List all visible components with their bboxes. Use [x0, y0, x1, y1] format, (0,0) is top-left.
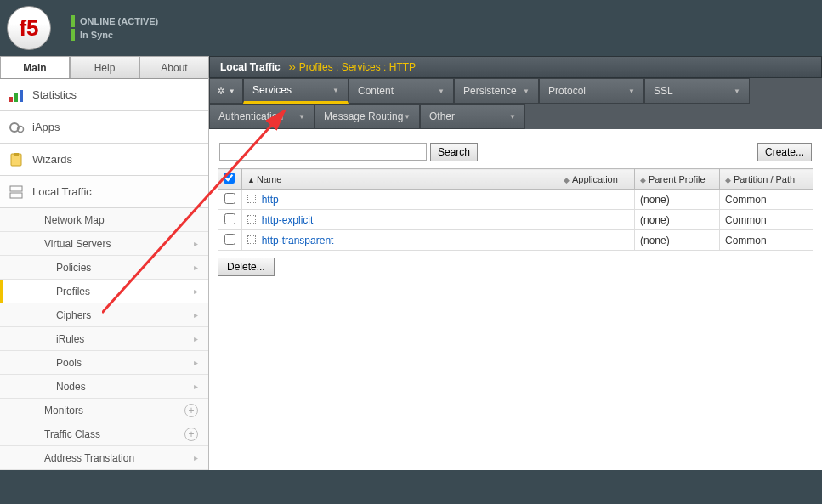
chevron-down-icon: ▼ [229, 88, 235, 95]
breadcrumb-sep: ›› [289, 61, 296, 73]
gear-icon: ✲ [217, 85, 225, 97]
create-button[interactable]: Create... [757, 143, 812, 161]
subnav-ciphers[interactable]: Ciphers▸ [0, 303, 208, 327]
subnav-profiles[interactable]: Profiles▸ [0, 280, 208, 303]
menu-message-routing[interactable]: Message Routing▼ [315, 104, 420, 129]
plus-icon: + [184, 428, 198, 441]
profile-menubar: ✲ ▼ Services▼ Content▼ Persistence▼ Prot… [209, 78, 822, 129]
chevron-right-icon: ▸ [194, 286, 198, 296]
row-checkbox[interactable] [224, 193, 235, 204]
menu-authentication[interactable]: Authentication▼ [209, 104, 315, 129]
profile-link[interactable]: http [262, 194, 279, 206]
chevron-down-icon: ▼ [523, 88, 530, 95]
item-icon [247, 235, 256, 244]
search-button[interactable]: Search [430, 143, 478, 161]
sort-icon: ◆ [564, 176, 570, 184]
tab-about[interactable]: About [139, 56, 209, 78]
chevron-right-icon: ▸ [194, 263, 198, 272]
col-partition[interactable]: ◆Partition / Path [720, 169, 813, 190]
menu-protocol[interactable]: Protocol▼ [539, 78, 644, 104]
status-indicator-sync [71, 29, 75, 41]
cell-parent: (none) [635, 230, 720, 251]
breadcrumb: Local Traffic ›› Profiles : Services : H… [209, 56, 822, 78]
nav-statistics[interactable]: Statistics [0, 79, 208, 111]
chevron-down-icon: ▼ [332, 87, 339, 94]
primary-tabs: Main Help About [0, 56, 208, 79]
menu-ssl[interactable]: SSL▼ [644, 78, 750, 104]
chevron-right-icon: ▸ [194, 453, 198, 462]
breadcrumb-path[interactable]: Profiles : Services : HTTP [299, 61, 416, 73]
cell-partition: Common [720, 190, 813, 210]
gear-menu[interactable]: ✲ ▼ [209, 78, 243, 104]
subnav-monitors[interactable]: Monitors+ [0, 399, 208, 422]
item-icon [247, 215, 256, 224]
subnav-policies[interactable]: Policies▸ [0, 256, 208, 280]
cell-application [558, 230, 635, 251]
chevron-down-icon: ▼ [438, 88, 445, 95]
menu-services[interactable]: Services▼ [243, 78, 349, 104]
delete-button[interactable]: Delete... [218, 258, 275, 276]
col-application[interactable]: ◆Application [558, 169, 635, 190]
cell-partition: Common [720, 230, 813, 251]
subnav-nodes[interactable]: Nodes▸ [0, 375, 208, 399]
profiles-table: ▲Name ◆Application ◆Parent Profile ◆Part… [218, 168, 813, 251]
subnav-network-map[interactable]: Network Map [0, 208, 208, 232]
nav-wizards[interactable]: Wizards [0, 144, 208, 176]
chart-icon [9, 88, 26, 103]
row-checkbox[interactable] [224, 234, 235, 245]
profile-link[interactable]: http-explicit [262, 214, 314, 226]
subnav-virtual-servers[interactable]: Virtual Servers▸ [0, 232, 208, 256]
profile-link[interactable]: http-transparent [262, 235, 334, 246]
cell-application [558, 210, 635, 230]
chevron-down-icon: ▼ [509, 113, 516, 121]
svg-rect-7 [10, 186, 22, 191]
gears-icon [9, 120, 26, 135]
svg-rect-0 [9, 97, 13, 102]
subnav-traffic-class[interactable]: Traffic Class+ [0, 422, 208, 446]
servers-icon [9, 184, 26, 200]
table-row: http (none) Common [218, 190, 813, 210]
search-input[interactable] [219, 143, 427, 161]
item-icon [247, 195, 256, 203]
svg-rect-6 [14, 153, 19, 156]
status-online: ONLINE (ACTIVE) [80, 16, 158, 26]
status-indicator-online [71, 15, 75, 27]
content-area: Local Traffic ›› Profiles : Services : H… [209, 56, 822, 470]
f5-logo: f5 [7, 6, 51, 50]
menu-persistence[interactable]: Persistence▼ [454, 78, 539, 104]
tab-help[interactable]: Help [70, 56, 139, 78]
subnav-pools[interactable]: Pools▸ [0, 351, 208, 375]
chevron-right-icon: ▸ [194, 310, 198, 320]
table-row: http-explicit (none) Common [218, 210, 813, 230]
svg-rect-5 [11, 154, 21, 166]
chevron-right-icon: ▸ [194, 239, 198, 248]
cell-parent: (none) [635, 210, 720, 230]
select-all-header[interactable] [218, 169, 242, 190]
subnav-address-translation[interactable]: Address Translation▸ [0, 446, 208, 470]
sidebar: Main Help About Statistics iApps Wizards… [0, 56, 209, 470]
col-parent[interactable]: ◆Parent Profile [635, 169, 720, 190]
chevron-right-icon: ▸ [194, 382, 198, 391]
row-checkbox[interactable] [224, 213, 235, 224]
clipboard-icon [9, 152, 26, 167]
svg-rect-8 [10, 193, 22, 198]
chevron-down-icon: ▼ [628, 88, 635, 95]
table-row: http-transparent (none) Common [218, 230, 813, 251]
breadcrumb-root: Local Traffic [220, 61, 281, 73]
sort-icon: ◆ [640, 176, 646, 184]
menu-other[interactable]: Other▼ [420, 104, 525, 129]
chevron-down-icon: ▼ [298, 113, 305, 121]
nav-iapps[interactable]: iApps [0, 111, 208, 144]
top-bar: f5 ONLINE (ACTIVE) In Sync [0, 0, 822, 56]
subnav-irules[interactable]: iRules▸ [0, 327, 208, 351]
col-name[interactable]: ▲Name [242, 169, 558, 190]
select-all-checkbox[interactable] [224, 173, 235, 184]
sort-asc-icon: ▲ [247, 176, 255, 184]
sort-icon: ◆ [725, 176, 731, 184]
status-sync: In Sync [80, 30, 113, 40]
nav-local-traffic[interactable]: Local Traffic [0, 176, 208, 208]
plus-icon: + [184, 404, 198, 417]
cell-parent: (none) [635, 190, 720, 210]
menu-content[interactable]: Content▼ [349, 78, 454, 104]
tab-main[interactable]: Main [0, 56, 70, 78]
